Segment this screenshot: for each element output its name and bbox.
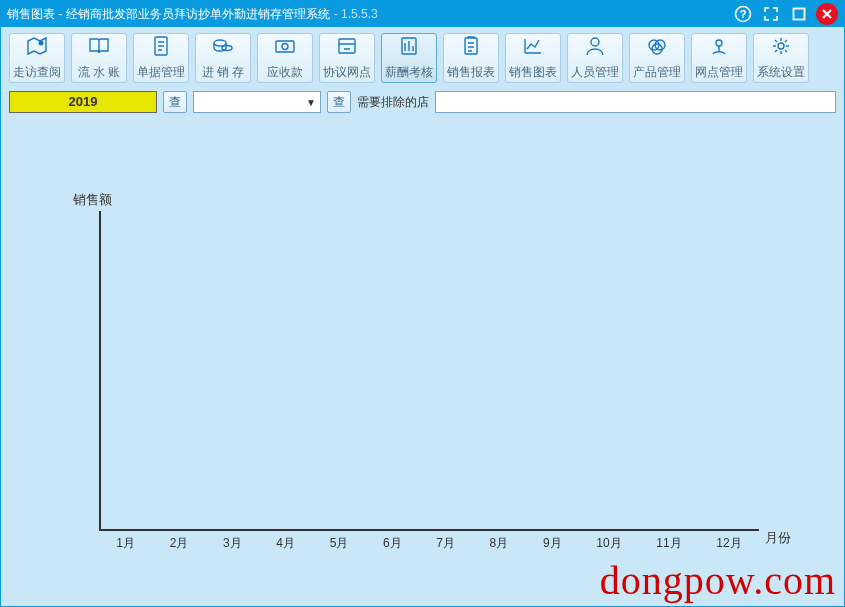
- toolbar-label: 薪酬考核: [385, 64, 433, 81]
- toolbar-orders-button[interactable]: 单据管理: [133, 33, 189, 83]
- help-icon[interactable]: ?: [732, 3, 754, 25]
- coins-icon: [211, 35, 235, 60]
- chart-plot-area: [99, 211, 759, 531]
- xtick: 8月: [490, 535, 509, 552]
- svg-text:?: ?: [740, 8, 747, 20]
- book-icon: [87, 35, 111, 60]
- xtick: 12月: [716, 535, 741, 552]
- toolbar-network-button[interactable]: 网点管理: [691, 33, 747, 83]
- toolbar-label: 走访查阅: [13, 64, 61, 81]
- toolbar-report-button[interactable]: 销售报表: [443, 33, 499, 83]
- main-toolbar: 走访查阅 流 水 账 单据管理 进 销 存 应收款: [1, 27, 844, 87]
- report-icon: [397, 35, 421, 60]
- toolbar-label: 网点管理: [695, 64, 743, 81]
- lookup-year-button[interactable]: 查: [163, 91, 187, 113]
- toolbar-label: 系统设置: [757, 64, 805, 81]
- xtick: 2月: [170, 535, 189, 552]
- xtick: 3月: [223, 535, 242, 552]
- toolbar-branch-button[interactable]: 协议网点: [319, 33, 375, 83]
- toolbar-chart-button[interactable]: 销售图表: [505, 33, 561, 83]
- toolbar-label: 流 水 账: [78, 64, 121, 81]
- chart-y-label: 销售额: [73, 191, 112, 209]
- user-icon: [583, 35, 607, 60]
- location-icon: [707, 35, 731, 60]
- chart-icon: [521, 35, 545, 60]
- clipboard-icon: [459, 35, 483, 60]
- chevron-down-icon: ▼: [306, 97, 316, 108]
- toolbar-label: 销售图表: [509, 64, 557, 81]
- xtick: 11月: [656, 535, 681, 552]
- toolbar-staff-button[interactable]: 人员管理: [567, 33, 623, 83]
- svg-rect-7: [276, 41, 294, 52]
- toolbar-label: 产品管理: [633, 64, 681, 81]
- xtick: 7月: [436, 535, 455, 552]
- store-icon: [335, 35, 359, 60]
- window-buttons: ?: [732, 3, 838, 25]
- toolbar-settings-button[interactable]: 系统设置: [753, 33, 809, 83]
- document-icon: [149, 35, 173, 60]
- app-window: 销售图表 - 经销商批发部业务员拜访抄单外勤进销存管理系统 - 1.5.5.3 …: [0, 0, 845, 607]
- toolbar-label: 协议网点: [323, 64, 371, 81]
- titlebar: 销售图表 - 经销商批发部业务员拜访抄单外勤进销存管理系统 - 1.5.5.3 …: [1, 1, 844, 27]
- xtick: 5月: [330, 535, 349, 552]
- xtick: 9月: [543, 535, 562, 552]
- map-pin-icon: [25, 35, 49, 60]
- fullscreen-icon[interactable]: [760, 3, 782, 25]
- venn-icon: [645, 35, 669, 60]
- toolbar-label: 单据管理: [137, 64, 185, 81]
- window-version: - 1.5.5.3: [334, 7, 378, 21]
- xtick: 6月: [383, 535, 402, 552]
- maximize-icon[interactable]: [788, 3, 810, 25]
- svg-point-16: [716, 40, 722, 46]
- filter-bar: 2019 查 ▼ 查 需要排除的店: [1, 87, 844, 121]
- svg-point-6: [222, 46, 232, 51]
- svg-rect-9: [339, 39, 355, 53]
- svg-point-12: [591, 38, 599, 46]
- toolbar-label: 销售报表: [447, 64, 495, 81]
- svg-point-17: [778, 43, 784, 49]
- year-field[interactable]: 2019: [9, 91, 157, 113]
- svg-point-8: [282, 44, 288, 50]
- svg-rect-2: [794, 9, 805, 20]
- chart-x-ticks: 1月 2月 3月 4月 5月 6月 7月 8月 9月 10月 11月 12月: [99, 535, 759, 552]
- money-icon: [273, 35, 297, 60]
- exclude-label: 需要排除的店: [357, 94, 429, 111]
- toolbar-label: 进 销 存: [202, 64, 245, 81]
- toolbar-receivable-button[interactable]: 应收款: [257, 33, 313, 83]
- close-icon[interactable]: [816, 3, 838, 25]
- svg-point-3: [39, 41, 44, 46]
- filter-combo[interactable]: ▼: [193, 91, 321, 113]
- toolbar-label: 应收款: [267, 64, 303, 81]
- exclude-input[interactable]: [435, 91, 836, 113]
- lookup-combo-button[interactable]: 查: [327, 91, 351, 113]
- toolbar-ledger-button[interactable]: 流 水 账: [71, 33, 127, 83]
- toolbar-salary-button[interactable]: 薪酬考核: [381, 33, 437, 83]
- toolbar-stock-button[interactable]: 进 销 存: [195, 33, 251, 83]
- xtick: 1月: [116, 535, 135, 552]
- xtick: 4月: [276, 535, 295, 552]
- watermark: dongpow.com: [600, 557, 836, 604]
- chart-x-label: 月份: [765, 529, 791, 547]
- toolbar-visit-button[interactable]: 走访查阅: [9, 33, 65, 83]
- window-title: 销售图表 - 经销商批发部业务员拜访抄单外勤进销存管理系统: [7, 6, 330, 23]
- gear-icon: [769, 35, 793, 60]
- toolbar-label: 人员管理: [571, 64, 619, 81]
- xtick: 10月: [596, 535, 621, 552]
- toolbar-product-button[interactable]: 产品管理: [629, 33, 685, 83]
